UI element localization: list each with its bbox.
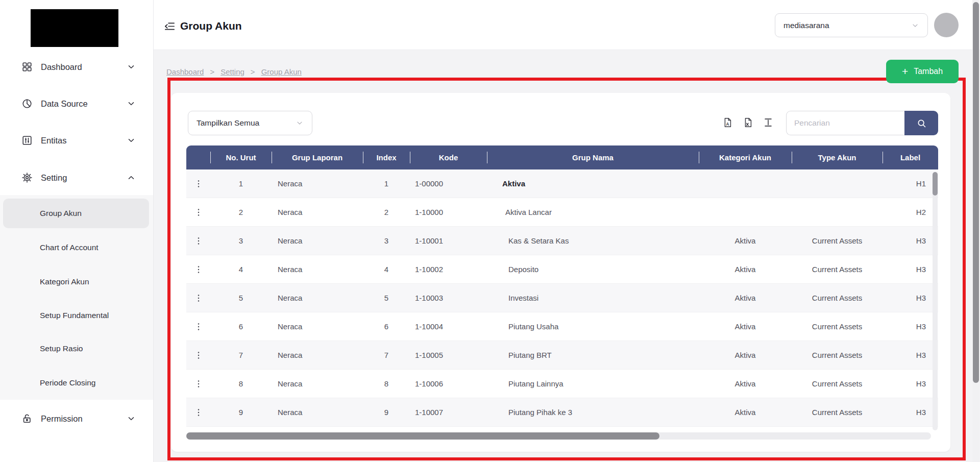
sidebar-item-label: Data Source [41, 99, 88, 109]
sidebar-item-label: Dashboard [41, 62, 82, 72]
search-input[interactable] [786, 111, 904, 135]
kebab-menu-icon[interactable] [193, 379, 204, 389]
table-row: 6Neraca61-10004Piutang UsahaAktivaCurren… [186, 312, 938, 341]
content-area: Dashboard > Setting > Group Akun + Tamba… [153, 50, 980, 462]
cell-grup-nama: Piutang Usaha [487, 312, 699, 341]
sidebar-subitem-setup-rasio[interactable]: Setup Rasio [3, 334, 149, 363]
cell-grup-nama: Investasi [487, 284, 699, 312]
cell-grup-laporan: Neraca [272, 198, 363, 226]
kebab-menu-icon[interactable] [193, 350, 204, 360]
cell-kode: 1-10005 [410, 341, 487, 369]
sidebar-subitem-setup-fundamental[interactable]: Setup Fundamental [3, 301, 149, 330]
sidebar-subitem-label: Group Akun [40, 209, 82, 218]
plus-icon: + [902, 66, 908, 77]
breadcrumb-setting[interactable]: Setting [220, 67, 244, 76]
window-scrollbar-thumb[interactable] [973, 2, 979, 383]
kebab-menu-icon[interactable] [193, 179, 204, 189]
column-header-actions [186, 145, 210, 169]
sidebar-subitem-label: Chart of Account [40, 243, 99, 252]
cell-kode: 1-10007 [410, 398, 487, 426]
cell-grup-laporan: Neraca [272, 284, 363, 312]
sidebar-item-label: Setting [41, 173, 67, 183]
cell-label: H1 [883, 169, 938, 198]
lock-icon [21, 413, 33, 424]
window-scrollbar[interactable] [972, 0, 979, 462]
cell-no-urut: 6 [210, 312, 272, 341]
sidebar-subitem-label: Setup Rasio [40, 344, 83, 353]
cell-no-urut: 3 [210, 227, 272, 255]
sidebar-subitem-group-akun[interactable]: Group Akun [3, 199, 149, 228]
column-header-no-urut: No. Urut [210, 145, 272, 169]
sidebar-subitem-chart-of-account[interactable]: Chart of Account [3, 233, 149, 262]
gear-icon [21, 172, 33, 183]
cell-kategori-akun: Aktiva [699, 341, 792, 369]
cell-kategori-akun [699, 198, 792, 226]
filter-select[interactable]: Tampilkan Semua [188, 111, 312, 135]
column-height-icon[interactable] [763, 117, 774, 128]
table-row: 7Neraca71-10005Piutang BRTAktivaCurrent … [186, 341, 938, 370]
cell-grup-nama: Piutang Lainnya [487, 370, 699, 398]
cell-no-urut: 5 [210, 284, 272, 312]
cell-grup-nama: Piutang BRT [487, 341, 699, 369]
sidebar-item-permission[interactable]: Permission [0, 404, 153, 433]
cell-type-akun [792, 198, 883, 226]
svg-text:A: A [726, 122, 729, 127]
cell-type-akun: Current Assets [792, 284, 883, 312]
pdf-file-icon[interactable]: A [722, 117, 733, 128]
cell-index: 3 [363, 227, 410, 255]
cell-grup-nama: Aktiva [487, 169, 699, 198]
row-actions-cell [186, 284, 210, 312]
chevron-down-icon [911, 21, 919, 30]
chevron-down-icon [127, 414, 136, 423]
excel-file-icon[interactable] [742, 117, 753, 128]
row-actions-cell [186, 227, 210, 255]
kebab-menu-icon[interactable] [193, 407, 204, 418]
kebab-menu-icon[interactable] [193, 207, 204, 217]
kebab-menu-icon[interactable] [193, 264, 204, 275]
topbar: Group Akun mediasarana [153, 0, 980, 50]
chevron-down-icon [127, 136, 136, 145]
cell-kategori-akun [699, 169, 792, 198]
cell-kode: 1-10002 [410, 255, 487, 283]
table-vertical-scrollbar-thumb[interactable] [933, 172, 938, 196]
cell-grup-nama: Kas & Setara Kas [487, 227, 699, 255]
table-horizontal-scrollbar[interactable] [186, 432, 931, 440]
cell-kode: 1-10000 [410, 198, 487, 226]
cell-kategori-akun: Aktiva [699, 370, 792, 398]
cell-type-akun [792, 169, 883, 198]
cell-type-akun: Current Assets [792, 341, 883, 369]
add-button[interactable]: + Tambah [886, 60, 959, 83]
entity-select[interactable]: mediasarana [775, 13, 928, 37]
add-button-label: Tambah [914, 67, 943, 76]
group-akun-table: No. UrutGrup LaporanIndexKodeGrup NamaKa… [186, 145, 938, 427]
cell-label: H3 [883, 284, 938, 312]
breadcrumb-separator: > [210, 67, 214, 76]
table-horizontal-scrollbar-thumb[interactable] [186, 432, 659, 440]
sidebar-item-data-source[interactable]: Data Source [0, 89, 153, 118]
kebab-menu-icon[interactable] [193, 322, 204, 332]
kebab-menu-icon[interactable] [193, 236, 204, 246]
cell-label: H3 [883, 312, 938, 341]
sidebar-subitem-kategori-akun[interactable]: Kategori Akun [3, 267, 149, 297]
avatar[interactable] [934, 13, 959, 37]
cell-no-urut: 2 [210, 198, 272, 226]
setting-submenu: Group AkunChart of AccountKategori AkunS… [0, 195, 153, 400]
breadcrumb-dashboard[interactable]: Dashboard [166, 67, 204, 76]
menu-indent-icon[interactable] [164, 20, 176, 32]
entity-select-value: mediasarana [783, 21, 829, 30]
breadcrumb-group-akun[interactable]: Group Akun [261, 67, 302, 76]
kebab-menu-icon[interactable] [193, 293, 204, 303]
chevron-down-icon [296, 119, 304, 127]
cell-index: 7 [363, 341, 410, 369]
cell-no-urut: 9 [210, 398, 272, 426]
sidebar-item-entitas[interactable]: Entitas [0, 126, 153, 155]
sidebar-item-dashboard[interactable]: Dashboard [0, 52, 153, 82]
table-row: 5Neraca51-10003InvestasiAktivaCurrent As… [186, 284, 938, 312]
cell-label: H3 [883, 370, 938, 398]
search-button[interactable] [904, 111, 938, 135]
pie-chart-icon [21, 98, 33, 109]
cell-no-urut: 8 [210, 370, 272, 398]
sidebar-item-setting[interactable]: Setting [0, 163, 153, 192]
table-vertical-scrollbar[interactable] [933, 172, 938, 430]
sidebar-subitem-periode-closing[interactable]: Periode Closing [3, 368, 149, 398]
